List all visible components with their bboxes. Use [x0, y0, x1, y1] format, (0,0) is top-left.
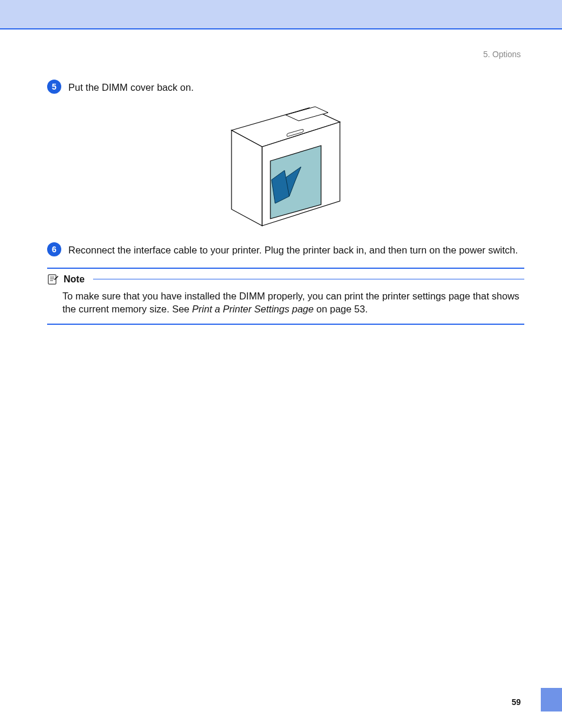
- note-icon: [47, 274, 59, 285]
- footer-tab: [541, 688, 562, 711]
- header-band: [0, 0, 562, 28]
- svg-marker-2: [232, 130, 262, 226]
- diagram-dimm-cover: [47, 104, 524, 228]
- note-block: Note To make sure that you have installe…: [47, 268, 524, 325]
- step-text: Reconnect the interface cable to your pr…: [68, 242, 518, 256]
- header-rule: [0, 28, 562, 29]
- step-5: 5 Put the DIMM cover back on.: [47, 80, 524, 94]
- step-text: Put the DIMM cover back on.: [68, 80, 194, 94]
- page-number: 59: [511, 697, 521, 707]
- note-link[interactable]: Print a Printer Settings page: [192, 304, 313, 314]
- note-text-after: on page 53.: [313, 304, 368, 314]
- note-label: Note: [64, 274, 85, 285]
- step-number-badge: 6: [47, 242, 61, 256]
- note-header-rule: [93, 279, 524, 279]
- step-6: 6 Reconnect the interface cable to your …: [47, 242, 524, 256]
- step-number-badge: 5: [47, 80, 61, 94]
- printer-illustration: [221, 104, 351, 228]
- page-content: 5 Put the DIMM cover back on. 6 Reconnec…: [47, 80, 524, 325]
- note-header: Note: [47, 269, 524, 289]
- breadcrumb: 5. Options: [483, 50, 521, 59]
- note-text: To make sure that you have installed the…: [47, 289, 524, 316]
